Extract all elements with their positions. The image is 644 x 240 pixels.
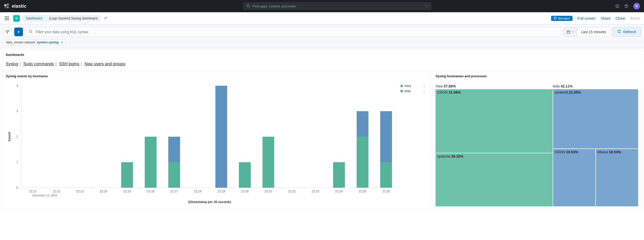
global-search-placeholder: Find apps, content, and more. xyxy=(253,4,297,8)
svg-rect-57 xyxy=(357,111,368,137)
svg-text:December 13, 2023: December 13, 2023 xyxy=(32,194,57,197)
filter-options-button[interactable] xyxy=(3,28,12,36)
panel-title: Dashboards xyxy=(6,53,638,57)
svg-rect-56 xyxy=(357,137,368,188)
svg-text:22:20: 22:20 xyxy=(241,190,249,193)
time-range-label[interactable]: Last 15 minutes xyxy=(577,27,610,36)
newsfeed-icon[interactable] xyxy=(624,4,629,8)
svg-text:@timestamp per 30 seconds: @timestamp per 30 seconds xyxy=(188,200,231,204)
clone-button[interactable]: Clone xyxy=(615,16,625,20)
global-search[interactable]: Find apps, content, and more. ^/ xyxy=(243,2,431,10)
svg-text:4: 4 xyxy=(16,84,18,87)
treemap-cell[interactable]: CRON 31.58% xyxy=(436,89,553,153)
svg-rect-28 xyxy=(121,162,133,188)
time-picker[interactable]: Last 15 minutes xyxy=(564,27,610,37)
treemap-headers: rhea 57.89% leda 42.11% xyxy=(436,84,638,89)
link-sudo[interactable]: Sudo commands xyxy=(23,62,54,66)
svg-text:22:13: 22:13 xyxy=(76,190,84,193)
panel-title: Syslog hostnames and processes xyxy=(436,74,638,78)
treemap-cell[interactable]: systemd 21.05% xyxy=(553,89,638,148)
filter-pills-row: data_stream.dataset: system.syslog ✕ xyxy=(0,39,644,48)
breadcrumbs: Dashboard [Logs System] Syslog dashboard xyxy=(23,15,101,22)
calendar-icon[interactable] xyxy=(564,27,577,36)
chart-legend: rhea ⋮ leda ⋮ xyxy=(400,83,426,206)
svg-rect-43 xyxy=(239,162,251,188)
close-icon[interactable]: ✕ xyxy=(61,41,63,44)
keyboard-hint: ^/ xyxy=(425,5,428,8)
legend-item-rhea[interactable]: rhea ⋮ xyxy=(400,84,426,88)
charts-row: Syslog events by hostname 0123422:1122:1… xyxy=(2,72,642,210)
treemap-cell[interactable]: kibana 10.53% xyxy=(596,149,638,206)
svg-rect-34 xyxy=(168,162,180,188)
link-users[interactable]: New users and groups xyxy=(85,62,125,66)
svg-point-2 xyxy=(615,4,619,8)
svg-rect-40 xyxy=(215,86,227,188)
svg-text:Count: Count xyxy=(8,132,11,141)
svg-line-8 xyxy=(31,32,32,33)
breadcrumb-dashboard[interactable]: Dashboard xyxy=(23,15,46,22)
bar-chart-panel: Syslog events by hostname 0123422:1122:1… xyxy=(2,72,430,210)
svg-point-3 xyxy=(617,5,618,7)
svg-text:3: 3 xyxy=(16,109,18,113)
logo-text: elastic xyxy=(12,4,26,9)
elastic-logo[interactable]: elastic xyxy=(4,3,26,9)
svg-text:22:17: 22:17 xyxy=(170,190,178,193)
panel-title: Syslog events by hostname xyxy=(6,74,426,78)
svg-rect-35 xyxy=(168,137,180,162)
svg-rect-61 xyxy=(380,111,392,162)
check-icon[interactable] xyxy=(104,16,108,21)
legend-item-leda[interactable]: leda ⋮ xyxy=(400,89,426,93)
global-header: elastic Find apps, content, and more. ^/… xyxy=(0,0,644,12)
svg-text:22:26: 22:26 xyxy=(382,190,390,193)
sub-header: D Dashboard [Logs System] Syslog dashboa… xyxy=(0,12,644,24)
svg-text:22:22: 22:22 xyxy=(288,190,296,193)
managed-badge: Managed xyxy=(551,16,572,21)
package-icon xyxy=(554,17,557,20)
user-avatar[interactable]: E xyxy=(633,3,640,9)
query-bar: Last 15 minutes Refresh xyxy=(0,24,644,39)
more-icon[interactable]: ⋮ xyxy=(422,90,426,92)
search-icon xyxy=(29,30,33,34)
filter-pill[interactable]: data_stream.dataset: system.syslog ✕ xyxy=(3,39,65,45)
share-button[interactable]: Share xyxy=(601,16,611,20)
reset-button: Reset xyxy=(630,16,640,20)
query-input-wrap[interactable] xyxy=(25,27,561,37)
more-icon[interactable]: ⋮ xyxy=(422,85,426,87)
svg-text:22:14: 22:14 xyxy=(100,190,107,193)
fullscreen-button[interactable]: Full screen xyxy=(578,16,596,20)
treemap-panel: Syslog hostnames and processes rhea 57.8… xyxy=(432,72,642,210)
svg-text:2: 2 xyxy=(16,135,18,138)
nav-toggle-icon[interactable] xyxy=(4,16,10,21)
link-syslog[interactable]: Syslog xyxy=(6,62,18,66)
svg-text:22:11: 22:11 xyxy=(29,190,37,193)
header-leda: leda 42.11% xyxy=(553,84,638,89)
svg-text:22:16: 22:16 xyxy=(147,190,155,193)
svg-marker-4 xyxy=(6,31,9,33)
svg-text:22:23: 22:23 xyxy=(312,190,319,193)
svg-point-0 xyxy=(247,4,249,7)
dashboards-links-panel: Dashboards Syslog| Sudo commands| SSH lo… xyxy=(2,50,642,71)
breadcrumb-current: [Logs System] Syslog dashboard xyxy=(45,15,101,22)
add-filter-button[interactable] xyxy=(14,28,23,36)
svg-text:1: 1 xyxy=(16,160,18,164)
svg-rect-46 xyxy=(262,137,274,188)
svg-text:22:18: 22:18 xyxy=(194,190,202,193)
kql-input[interactable] xyxy=(35,30,558,34)
treemap-cell[interactable]: CRON 10.53% xyxy=(553,149,595,206)
svg-point-7 xyxy=(29,30,32,32)
refresh-button[interactable]: Refresh xyxy=(612,27,641,37)
treemap-cell[interactable]: systemd 26.32% xyxy=(436,153,553,206)
svg-rect-31 xyxy=(145,137,157,188)
svg-rect-53 xyxy=(333,162,345,188)
svg-text:0: 0 xyxy=(16,186,18,190)
svg-text:22:21: 22:21 xyxy=(264,190,272,193)
link-ssh[interactable]: SSH logins xyxy=(59,62,79,66)
bar-chart: 0123422:1122:1222:1322:1422:1522:1622:17… xyxy=(6,83,400,206)
header-rhea: rhea 57.89% xyxy=(436,84,553,89)
svg-text:22:15: 22:15 xyxy=(123,190,131,193)
app-badge[interactable]: D xyxy=(13,15,20,22)
dashboard-links: Syslog| Sudo commands| SSH logins| New u… xyxy=(6,62,638,66)
lifecycle-icon[interactable] xyxy=(615,4,620,8)
svg-text:22:24: 22:24 xyxy=(335,190,343,193)
svg-text:22:25: 22:25 xyxy=(359,190,366,193)
